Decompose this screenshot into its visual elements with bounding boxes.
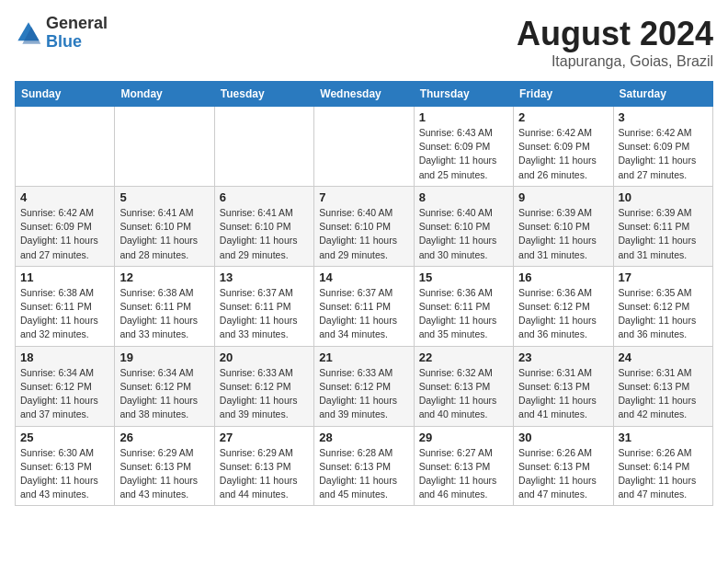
calendar-day-17: 17Sunrise: 6:35 AM Sunset: 6:12 PM Dayli…	[613, 266, 712, 346]
calendar-day-2: 2Sunrise: 6:42 AM Sunset: 6:09 PM Daylig…	[514, 107, 613, 187]
day-number: 11	[20, 270, 109, 284]
calendar-day-25: 25Sunrise: 6:30 AM Sunset: 6:13 PM Dayli…	[16, 426, 115, 506]
calendar-day-14: 14Sunrise: 6:37 AM Sunset: 6:11 PM Dayli…	[314, 266, 414, 346]
day-info: Sunrise: 6:37 AM Sunset: 6:11 PM Dayligh…	[319, 286, 408, 342]
day-info: Sunrise: 6:34 AM Sunset: 6:12 PM Dayligh…	[20, 366, 109, 422]
day-number: 26	[119, 431, 209, 444]
calendar-week-row: 18Sunrise: 6:34 AM Sunset: 6:12 PM Dayli…	[16, 346, 713, 426]
day-info: Sunrise: 6:39 AM Sunset: 6:11 PM Dayligh…	[619, 206, 708, 262]
calendar-day-8: 8Sunrise: 6:40 AM Sunset: 6:10 PM Daylig…	[414, 186, 513, 266]
calendar-day-31: 31Sunrise: 6:26 AM Sunset: 6:14 PM Dayli…	[613, 426, 712, 506]
calendar-day-3: 3Sunrise: 6:42 AM Sunset: 6:09 PM Daylig…	[613, 107, 712, 187]
day-number: 8	[419, 190, 508, 204]
calendar-day-13: 13Sunrise: 6:37 AM Sunset: 6:11 PM Dayli…	[214, 266, 313, 346]
calendar-week-row: 25Sunrise: 6:30 AM Sunset: 6:13 PM Dayli…	[16, 426, 713, 506]
logo-icon	[15, 19, 42, 47]
title-block: August 2024 Itapuranga, Goias, Brazil	[517, 15, 713, 70]
logo-general: General	[46, 14, 108, 32]
day-info: Sunrise: 6:26 AM Sunset: 6:13 PM Dayligh…	[518, 446, 608, 502]
day-info: Sunrise: 6:37 AM Sunset: 6:11 PM Dayligh…	[220, 286, 309, 342]
calendar-day-28: 28Sunrise: 6:28 AM Sunset: 6:13 PM Dayli…	[314, 426, 414, 506]
calendar-day-11: 11Sunrise: 6:38 AM Sunset: 6:11 PM Dayli…	[16, 266, 115, 346]
day-info: Sunrise: 6:31 AM Sunset: 6:13 PM Dayligh…	[518, 366, 608, 422]
day-number: 4	[20, 190, 109, 204]
calendar-day-4: 4Sunrise: 6:42 AM Sunset: 6:09 PM Daylig…	[16, 186, 115, 266]
day-number: 21	[319, 350, 408, 364]
weekday-header-row: SundayMondayTuesdayWednesdayThursdayFrid…	[16, 82, 713, 107]
calendar-day-30: 30Sunrise: 6:26 AM Sunset: 6:13 PM Dayli…	[514, 426, 613, 506]
weekday-header-monday: Monday	[115, 82, 214, 107]
day-info: Sunrise: 6:33 AM Sunset: 6:12 PM Dayligh…	[220, 366, 309, 422]
calendar-day-9: 9Sunrise: 6:39 AM Sunset: 6:10 PM Daylig…	[514, 186, 613, 266]
day-info: Sunrise: 6:29 AM Sunset: 6:13 PM Dayligh…	[220, 446, 309, 502]
day-info: Sunrise: 6:29 AM Sunset: 6:13 PM Dayligh…	[119, 446, 209, 502]
day-number: 28	[319, 431, 408, 444]
day-info: Sunrise: 6:27 AM Sunset: 6:13 PM Dayligh…	[419, 446, 508, 502]
day-number: 30	[518, 431, 608, 444]
day-info: Sunrise: 6:36 AM Sunset: 6:11 PM Dayligh…	[419, 286, 508, 342]
calendar-day-5: 5Sunrise: 6:41 AM Sunset: 6:10 PM Daylig…	[115, 186, 214, 266]
calendar-day-1: 1Sunrise: 6:43 AM Sunset: 6:09 PM Daylig…	[414, 107, 513, 187]
day-number: 9	[518, 190, 608, 204]
calendar-day-6: 6Sunrise: 6:41 AM Sunset: 6:10 PM Daylig…	[214, 186, 313, 266]
calendar-day-empty	[115, 107, 214, 187]
calendar-day-21: 21Sunrise: 6:33 AM Sunset: 6:12 PM Dayli…	[314, 346, 414, 426]
day-number: 29	[419, 431, 508, 444]
day-info: Sunrise: 6:38 AM Sunset: 6:11 PM Dayligh…	[20, 286, 109, 342]
day-number: 16	[518, 270, 608, 284]
day-info: Sunrise: 6:40 AM Sunset: 6:10 PM Dayligh…	[419, 206, 508, 262]
day-number: 1	[419, 110, 508, 124]
logo: General Blue	[15, 15, 108, 52]
day-number: 17	[619, 270, 708, 284]
calendar-day-10: 10Sunrise: 6:39 AM Sunset: 6:11 PM Dayli…	[613, 186, 712, 266]
day-info: Sunrise: 6:35 AM Sunset: 6:12 PM Dayligh…	[619, 286, 708, 342]
calendar-location: Itapuranga, Goias, Brazil	[517, 53, 713, 70]
day-number: 31	[619, 431, 708, 444]
calendar-day-22: 22Sunrise: 6:32 AM Sunset: 6:13 PM Dayli…	[414, 346, 513, 426]
day-info: Sunrise: 6:28 AM Sunset: 6:13 PM Dayligh…	[319, 446, 408, 502]
day-number: 25	[20, 431, 109, 444]
day-info: Sunrise: 6:40 AM Sunset: 6:10 PM Dayligh…	[319, 206, 408, 262]
calendar-week-row: 1Sunrise: 6:43 AM Sunset: 6:09 PM Daylig…	[16, 107, 713, 187]
day-info: Sunrise: 6:41 AM Sunset: 6:10 PM Dayligh…	[220, 206, 309, 262]
day-number: 3	[619, 110, 708, 124]
day-info: Sunrise: 6:38 AM Sunset: 6:11 PM Dayligh…	[119, 286, 209, 342]
calendar-day-empty	[16, 107, 115, 187]
day-info: Sunrise: 6:42 AM Sunset: 6:09 PM Dayligh…	[619, 126, 708, 182]
weekday-header-tuesday: Tuesday	[214, 82, 313, 107]
logo-text: General Blue	[46, 15, 108, 52]
calendar-day-empty	[314, 107, 414, 187]
calendar-day-29: 29Sunrise: 6:27 AM Sunset: 6:13 PM Dayli…	[414, 426, 513, 506]
calendar-title: August 2024	[517, 15, 713, 53]
day-info: Sunrise: 6:42 AM Sunset: 6:09 PM Dayligh…	[518, 126, 608, 182]
day-number: 7	[319, 190, 408, 204]
calendar-day-empty	[214, 107, 313, 187]
day-number: 19	[119, 350, 209, 364]
calendar-day-18: 18Sunrise: 6:34 AM Sunset: 6:12 PM Dayli…	[16, 346, 115, 426]
day-info: Sunrise: 6:43 AM Sunset: 6:09 PM Dayligh…	[419, 126, 508, 182]
weekday-header-sunday: Sunday	[16, 82, 115, 107]
page-header: General Blue August 2024 Itapuranga, Goi…	[15, 15, 713, 70]
weekday-header-wednesday: Wednesday	[314, 82, 414, 107]
logo-blue: Blue	[46, 32, 82, 51]
weekday-header-friday: Friday	[514, 82, 613, 107]
calendar-day-7: 7Sunrise: 6:40 AM Sunset: 6:10 PM Daylig…	[314, 186, 414, 266]
day-number: 13	[220, 270, 309, 284]
day-info: Sunrise: 6:33 AM Sunset: 6:12 PM Dayligh…	[319, 366, 408, 422]
calendar-week-row: 11Sunrise: 6:38 AM Sunset: 6:11 PM Dayli…	[16, 266, 713, 346]
calendar-day-19: 19Sunrise: 6:34 AM Sunset: 6:12 PM Dayli…	[115, 346, 214, 426]
calendar-day-12: 12Sunrise: 6:38 AM Sunset: 6:11 PM Dayli…	[115, 266, 214, 346]
day-number: 5	[119, 190, 209, 204]
day-number: 18	[20, 350, 109, 364]
day-info: Sunrise: 6:34 AM Sunset: 6:12 PM Dayligh…	[119, 366, 209, 422]
day-info: Sunrise: 6:30 AM Sunset: 6:13 PM Dayligh…	[20, 446, 109, 502]
calendar-day-27: 27Sunrise: 6:29 AM Sunset: 6:13 PM Dayli…	[214, 426, 313, 506]
day-info: Sunrise: 6:26 AM Sunset: 6:14 PM Dayligh…	[619, 446, 708, 502]
day-number: 24	[619, 350, 708, 364]
day-info: Sunrise: 6:36 AM Sunset: 6:12 PM Dayligh…	[518, 286, 608, 342]
day-number: 22	[419, 350, 508, 364]
day-number: 27	[220, 431, 309, 444]
day-info: Sunrise: 6:42 AM Sunset: 6:09 PM Dayligh…	[20, 206, 109, 262]
day-number: 20	[220, 350, 309, 364]
day-info: Sunrise: 6:31 AM Sunset: 6:13 PM Dayligh…	[619, 366, 708, 422]
